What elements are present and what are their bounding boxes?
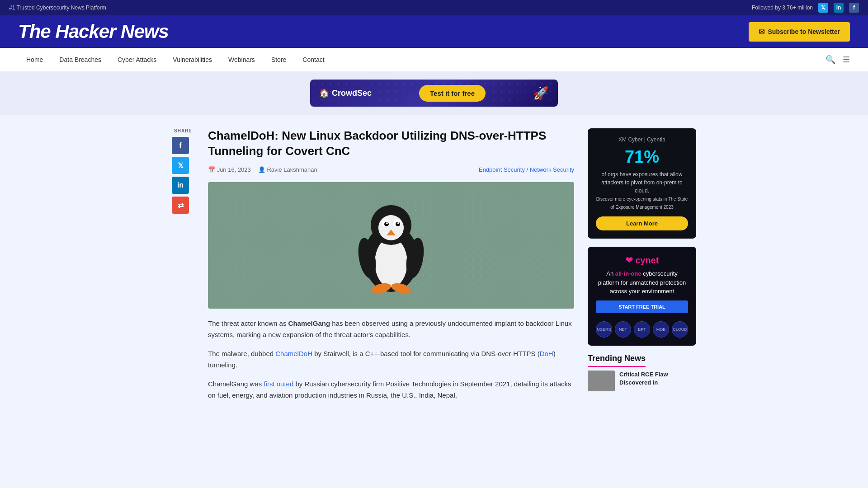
body-paragraph-2: The malware, dubbed ChamelDoH by Stairwe…: [208, 348, 574, 371]
cynet-text: An all-in-one cybersecurity platform for…: [596, 269, 688, 296]
right-sidebar: XM Cyber | Cyentia 71% of orgs have expo…: [588, 128, 696, 408]
trending-section: Trending News Critical RCE Flaw Discover…: [588, 354, 696, 391]
nav-actions: 🔍 ☰: [826, 55, 850, 65]
nav-store[interactable]: Store: [263, 48, 294, 71]
article-meta-left: Jun 16, 2023 Ravie Lakshmanan: [208, 166, 317, 173]
nav-contact[interactable]: Contact: [294, 48, 332, 71]
penguin-illustration: [346, 192, 436, 298]
diagram-cloud: CLOUD: [672, 321, 688, 338]
banner-area: 🏠 CrowdSec Test it for free 🚀: [0, 71, 868, 115]
top-bar-right: Followed by 3.76+ million 𝕏 in f: [752, 3, 859, 13]
article-title: ChamelDoH: New Linux Backdoor Utilizing …: [208, 128, 574, 159]
ad-xmcyber: XM Cyber | Cyentia 71% of orgs have expo…: [588, 128, 696, 239]
diagram-users: USERS: [596, 321, 612, 338]
share-other-button[interactable]: ⇄: [172, 197, 189, 214]
share-facebook-button[interactable]: f: [172, 137, 189, 154]
menu-icon[interactable]: ☰: [843, 55, 850, 65]
body-paragraph-3: ChamelGang was first outed by Russian cy…: [208, 378, 574, 401]
twitter-icon[interactable]: 𝕏: [818, 3, 828, 13]
main-nav: Home Data Breaches Cyber Attacks Vulnera…: [0, 48, 868, 71]
ad-cynet: ❤ cynet An all-in-one cybersecurity plat…: [588, 247, 696, 346]
trending-item-title-1: Critical RCE Flaw Discovered in: [619, 371, 696, 387]
site-title: The Hacker News: [18, 21, 169, 42]
nav-data-breaches[interactable]: Data Breaches: [51, 48, 109, 71]
category-endpoint[interactable]: Endpoint Security: [479, 166, 525, 173]
svg-point-1: [375, 238, 407, 287]
cynet-cta-button[interactable]: START FREE TRIAL: [596, 300, 688, 313]
share-linkedin-button[interactable]: in: [172, 177, 189, 194]
facebook-icon[interactable]: f: [849, 3, 859, 13]
diagram-network: NET: [615, 321, 631, 338]
xmcyber-logo: XM Cyber | Cyentia: [596, 136, 688, 143]
article-date: Jun 16, 2023: [208, 166, 251, 173]
diagram-mobile: MOB: [653, 321, 669, 338]
xmcyber-text: of orgs have exposures that allow attack…: [596, 170, 688, 211]
trending-item-1: Critical RCE Flaw Discovered in: [588, 371, 696, 391]
article-author: Ravie Lakshmanan: [258, 166, 317, 173]
dot-grid-decoration: [310, 80, 558, 107]
article-categories: Endpoint Security / Network Security: [479, 166, 574, 173]
article-meta: Jun 16, 2023 Ravie Lakshmanan Endpoint S…: [208, 166, 574, 173]
nav-home[interactable]: Home: [18, 48, 51, 71]
subscribe-label: Subscribe to Newsletter: [768, 28, 840, 35]
envelope-icon: ✉: [759, 28, 764, 36]
cynet-logo: ❤ cynet: [596, 255, 688, 266]
svg-point-9: [397, 222, 399, 224]
article-hero-image: [208, 182, 574, 309]
header: The Hacker News ✉ Subscribe to Newslette…: [0, 15, 868, 48]
body-paragraph-1: The threat actor known as ChamelGang has…: [208, 318, 574, 341]
nav-vulnerabilities[interactable]: Vulnerabilities: [165, 48, 220, 71]
followers-text: Followed by 3.76+ million: [752, 5, 813, 11]
nav-webinars[interactable]: Webinars: [220, 48, 263, 71]
svg-point-3: [378, 215, 404, 240]
banner-ad: 🏠 CrowdSec Test it for free 🚀: [310, 80, 558, 107]
trending-thumb-1: [588, 371, 615, 391]
share-twitter-button[interactable]: 𝕏: [172, 157, 189, 174]
linkedin-icon[interactable]: in: [834, 3, 844, 13]
main-layout: SHARE f 𝕏 in ⇄ ChamelDoH: New Linux Back…: [163, 115, 705, 422]
diagram-endpoints: EPT: [634, 321, 650, 338]
subscribe-button[interactable]: ✉ Subscribe to Newsletter: [749, 22, 850, 42]
xmcyber-brand: XM Cyber | Cyentia: [618, 136, 665, 143]
top-bar: #1 Trusted Cybersecurity News Platform F…: [0, 0, 868, 15]
trending-title: Trending News: [588, 354, 646, 367]
article-body: The threat actor known as ChamelGang has…: [208, 318, 574, 401]
svg-point-6: [386, 222, 388, 224]
xmcyber-cta-button[interactable]: Learn More: [596, 216, 688, 230]
cynet-diagram: USERS NET EPT MOB CLOUD: [596, 321, 688, 338]
nav-cyber-attacks[interactable]: Cyber Attacks: [109, 48, 165, 71]
share-sidebar: SHARE f 𝕏 in ⇄: [172, 128, 194, 408]
search-icon[interactable]: 🔍: [826, 55, 835, 65]
doh-link[interactable]: DoH: [540, 350, 553, 357]
tagline: #1 Trusted Cybersecurity News Platform: [9, 5, 106, 11]
first-outed-link[interactable]: first outed: [264, 380, 293, 388]
share-label: SHARE: [172, 128, 194, 133]
article-content: ChamelDoH: New Linux Backdoor Utilizing …: [208, 128, 574, 408]
chameldoh-link[interactable]: ChamelDoH: [275, 350, 312, 357]
category-network[interactable]: Network Security: [530, 166, 574, 173]
xmcyber-stat: 71%: [596, 147, 688, 167]
